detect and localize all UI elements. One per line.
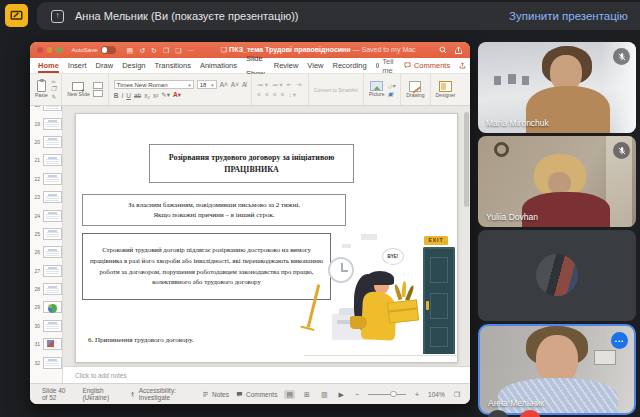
section-icon[interactable] bbox=[93, 90, 103, 97]
slide-title-box[interactable]: Розірвання трудового договору за ініціат… bbox=[149, 144, 354, 183]
slide-thumbnail[interactable]: 30 bbox=[30, 317, 62, 335]
drawing-button[interactable]: Drawing bbox=[406, 81, 424, 99]
slide-thumbnail[interactable]: 21 bbox=[30, 151, 62, 169]
picture-button[interactable]: Picture bbox=[369, 81, 385, 98]
maximize-window-icon[interactable] bbox=[56, 47, 62, 53]
cut-icon[interactable]: ✂ bbox=[51, 79, 56, 86]
slide-thumbnail[interactable]: 23 bbox=[30, 188, 62, 206]
line-spacing-icon[interactable]: ↕▾ bbox=[289, 91, 298, 99]
tab-recording[interactable]: Recording bbox=[332, 58, 366, 73]
tab-design[interactable]: Design bbox=[122, 58, 145, 73]
zoom-level[interactable]: 104% bbox=[428, 391, 445, 398]
slide-thumbnail[interactable]: 29 bbox=[30, 298, 62, 316]
format-painter-icon[interactable]: ✎ bbox=[51, 94, 56, 101]
reading-view-button[interactable]: ▥ bbox=[319, 390, 330, 399]
comments-toggle-button[interactable]: Comments bbox=[236, 391, 277, 398]
font-color-icon[interactable]: A▾ bbox=[173, 91, 181, 99]
shapes-icon[interactable]: ◇▾ bbox=[388, 82, 396, 89]
tab-home[interactable]: Home bbox=[38, 58, 59, 73]
window-traffic-lights[interactable] bbox=[37, 47, 62, 53]
slide-thumbnail[interactable]: 24 bbox=[30, 206, 62, 224]
minimize-window-icon[interactable] bbox=[47, 47, 53, 53]
font-name-select[interactable]: Times New Roman▾ bbox=[114, 80, 194, 89]
slide-thumbnail[interactable]: 32 bbox=[30, 353, 62, 371]
tell-me-box[interactable]: Tell me bbox=[376, 57, 395, 75]
text-box-icon[interactable]: ▣ bbox=[388, 90, 396, 97]
slide-thumbnail[interactable]: 19 bbox=[30, 114, 62, 132]
slide-thumbnail[interactable]: 22 bbox=[30, 170, 62, 188]
tab-animations[interactable]: Animations bbox=[200, 58, 237, 73]
tab-insert[interactable]: Insert bbox=[68, 58, 87, 73]
zoom-slider[interactable] bbox=[368, 394, 406, 395]
normal-view-button[interactable]: ▤ bbox=[284, 390, 295, 399]
accessibility-status[interactable]: Accessibility: Investigate bbox=[130, 387, 191, 401]
tab-view[interactable]: View bbox=[307, 58, 323, 73]
align-left-icon[interactable]: ≡ bbox=[257, 91, 262, 98]
tab-transitions[interactable]: Transitions bbox=[154, 58, 190, 73]
paste-button[interactable]: Paste bbox=[35, 80, 48, 99]
share-window-icon[interactable] bbox=[454, 46, 463, 55]
new-slide-button[interactable]: New Slide bbox=[67, 82, 90, 98]
indent-decrease-icon[interactable]: ⇤ bbox=[287, 81, 293, 89]
superscript-icon[interactable]: x² bbox=[153, 92, 158, 99]
zoom-out-button[interactable]: − bbox=[353, 390, 361, 399]
slide-thumbnail[interactable]: 28 bbox=[30, 280, 62, 298]
slideshow-view-button[interactable]: ▶ bbox=[337, 390, 346, 399]
current-slide-canvas[interactable]: Розірвання трудового договору за ініціат… bbox=[75, 113, 458, 363]
scrollbar-thumb[interactable] bbox=[464, 112, 469, 207]
slide-thumbnail[interactable]: 26 bbox=[30, 243, 62, 261]
slide-thumbnail[interactable]: 27 bbox=[30, 262, 62, 280]
language-indicator[interactable]: English (Ukraine) bbox=[82, 387, 120, 401]
numbering-icon[interactable]: ≕▾ bbox=[272, 81, 284, 89]
underline-icon[interactable]: U bbox=[126, 92, 131, 99]
print-icon[interactable]: ❐ bbox=[163, 47, 169, 54]
app-badge-button[interactable] bbox=[5, 4, 28, 27]
convert-smartart-button[interactable]: Convert to SmartArt bbox=[314, 87, 358, 93]
zoom-slider-thumb[interactable] bbox=[390, 391, 397, 398]
align-center-icon[interactable]: ≡ bbox=[265, 91, 270, 98]
participant-tile-yuliia[interactable]: Yuliia Dovhan bbox=[478, 136, 636, 227]
undo-icon[interactable]: ↺ bbox=[139, 47, 145, 54]
participant-tile-camera-off[interactable] bbox=[478, 230, 636, 321]
save-icon[interactable]: ▤ bbox=[127, 47, 134, 54]
slide-thumbnail[interactable]: 25 bbox=[30, 225, 62, 243]
layout-icon[interactable] bbox=[93, 82, 103, 89]
zoom-in-button[interactable]: + bbox=[413, 390, 421, 399]
slide-sorter-view-button[interactable]: ⊞ bbox=[302, 390, 312, 399]
fit-to-window-icon[interactable]: ❐ bbox=[452, 390, 462, 399]
notes-toggle-button[interactable]: Notes bbox=[202, 391, 229, 398]
notes-pane[interactable]: Click to add notes bbox=[63, 366, 470, 383]
more-commands-icon[interactable]: ⋯ bbox=[187, 47, 194, 54]
new-doc-icon[interactable]: ❏ bbox=[175, 47, 181, 54]
participant-tile-anna-active[interactable]: ••• Анна Мельник bbox=[478, 324, 636, 415]
slide-text-box-2[interactable]: Строковий трудовий договір підлягає розі… bbox=[82, 233, 331, 300]
font-size-select[interactable]: 18▾ bbox=[197, 80, 217, 89]
slide-footer-text[interactable]: 6. Припинення трудового договору. bbox=[88, 336, 193, 344]
align-right-icon[interactable]: ≡ bbox=[273, 91, 278, 98]
designer-button[interactable]: Designer bbox=[436, 81, 456, 99]
stop-presenting-button[interactable]: Зупинити презентацію bbox=[509, 10, 628, 22]
tab-draw[interactable]: Draw bbox=[96, 58, 114, 73]
close-window-icon[interactable] bbox=[37, 47, 43, 53]
strikethrough-icon[interactable]: ab bbox=[134, 92, 141, 99]
redo-icon[interactable]: ↻ bbox=[151, 47, 157, 54]
editor-scrollbar[interactable] bbox=[464, 112, 469, 360]
tab-review[interactable]: Review bbox=[274, 58, 299, 73]
share-button[interactable]: Share bbox=[459, 61, 470, 70]
slide-thumbnail[interactable]: 20 bbox=[30, 133, 62, 151]
tile-more-options-button[interactable]: ••• bbox=[611, 332, 628, 349]
clear-format-icon[interactable]: A̸ bbox=[242, 81, 246, 88]
subscript-icon[interactable]: x₂ bbox=[144, 92, 150, 99]
slide-thumbnail[interactable]: 18 bbox=[30, 106, 62, 114]
indent-increase-icon[interactable]: ⇥ bbox=[296, 81, 302, 89]
justify-icon[interactable]: ≡ bbox=[281, 91, 286, 98]
copy-icon[interactable]: ❐ bbox=[51, 86, 56, 93]
comments-button[interactable]: Comments bbox=[404, 61, 450, 70]
slide-thumbnail[interactable]: 31 bbox=[30, 335, 62, 353]
highlight-color-icon[interactable]: ✎▾ bbox=[161, 91, 170, 99]
search-icon[interactable] bbox=[439, 46, 447, 54]
italic-icon[interactable]: I bbox=[121, 92, 123, 99]
grow-font-icon[interactable]: A˄ bbox=[220, 81, 228, 88]
bold-icon[interactable]: B bbox=[114, 92, 119, 99]
bullets-icon[interactable]: ≔▾ bbox=[257, 81, 269, 89]
